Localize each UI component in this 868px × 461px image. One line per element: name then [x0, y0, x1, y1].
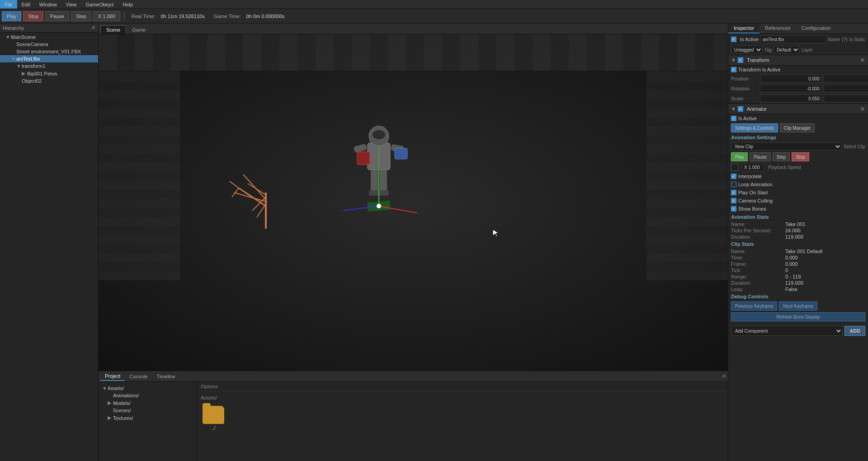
menu-window[interactable]: Window	[35, 0, 61, 9]
speed-button[interactable]: X 1.000	[93, 11, 120, 21]
skeleton-figure	[225, 147, 307, 229]
add-component-row: Add Component ADD	[728, 324, 868, 338]
scl-x-field[interactable]	[760, 94, 822, 103]
position-row: Position P	[728, 74, 868, 84]
clip-loop-row: Loop: False	[728, 286, 868, 292]
clip-manager-tab[interactable]: Clip Manager	[780, 123, 815, 132]
animator-close[interactable]: ✕	[860, 105, 865, 113]
robot-figure	[334, 116, 424, 215]
stats-tps-row: Ticks Per Second: 24.000	[728, 227, 868, 234]
center-area: Scene Game	[99, 24, 728, 461]
transform-active-checkbox[interactable]	[738, 57, 743, 63]
asset-folder-parent[interactable]: ../	[201, 404, 226, 433]
settings-controls-tab[interactable]: Settings & Controls	[731, 123, 778, 132]
clip-duration-val: 119.000	[785, 280, 803, 286]
tab-inspector[interactable]: Inspector	[728, 24, 760, 33]
tree-textures[interactable]: ▶ Textures/	[100, 414, 195, 422]
tree-item-transform1[interactable]: ▼ transform1	[0, 62, 98, 70]
assets-area: Assets/ ../	[197, 391, 728, 461]
stop-button[interactable]: Stop	[23, 11, 43, 21]
anim-pause-button[interactable]: Pause	[750, 152, 770, 161]
clip-time-key: Time:	[731, 255, 785, 260]
loop-animation-cb[interactable]	[731, 182, 736, 187]
tab-references[interactable]: References	[760, 24, 796, 33]
transform-title: Transform	[747, 57, 769, 63]
tree-item-mainscene[interactable]: ▼ MainScene	[0, 33, 98, 41]
anim-play-button[interactable]: Play	[731, 152, 748, 161]
animator-active-checkbox[interactable]	[738, 106, 743, 112]
menu-gameobject[interactable]: GameObejct	[81, 0, 118, 9]
viewport-background	[99, 34, 728, 371]
is-active-checkbox[interactable]	[731, 37, 736, 42]
left-barrier	[99, 71, 180, 280]
play-button[interactable]: Play	[2, 11, 21, 21]
add-component-button[interactable]: ADD	[844, 326, 865, 336]
play-on-start-cb[interactable]	[731, 190, 736, 195]
menu-file[interactable]: File	[0, 0, 17, 9]
tag-select[interactable]: Untagged	[731, 46, 763, 54]
pos-y-field[interactable]	[824, 75, 868, 83]
svg-rect-10	[379, 190, 389, 196]
anim-step-button[interactable]: Step	[773, 152, 790, 161]
transform-close[interactable]: ✕	[860, 56, 865, 64]
debug-controls-row: Previous Keyframe Next Keyframe	[728, 301, 868, 311]
transform-is-active-cb[interactable]	[731, 67, 736, 72]
tree-arrow-anitest: ▼	[11, 56, 16, 61]
tree-item-bip001[interactable]: ▶ Bip001 Pelvis	[0, 70, 98, 77]
tab-project[interactable]: Project	[100, 372, 125, 381]
real-time-value: 0h 11m 19.526110s	[160, 14, 204, 19]
add-component-select[interactable]: Add Component	[731, 326, 843, 336]
refresh-bone-button[interactable]: Refresh Bone Display	[731, 312, 865, 321]
tree-label-textures: Textures/	[113, 415, 133, 421]
object-name-field[interactable]	[760, 35, 826, 43]
pos-x-field[interactable]	[760, 75, 822, 83]
tree-item-street[interactable]: Street environment_V01.FBX	[0, 48, 98, 55]
tree-item-anitest[interactable]: ▼ aniTest.fbx	[0, 55, 98, 62]
tree-scenes[interactable]: Scenes/	[100, 407, 195, 414]
tree-label-assets: Assets/	[108, 386, 124, 391]
scl-y-field[interactable]	[824, 94, 868, 103]
new-clip-select[interactable]: New Clip	[731, 142, 842, 151]
menu-edit[interactable]: Edit	[17, 0, 35, 9]
camera-culling-cb[interactable]	[731, 198, 736, 203]
tree-item-scenecamera[interactable]: SceneCamera	[0, 41, 98, 48]
svg-rect-7	[371, 170, 378, 193]
tab-configuration[interactable]: Configuration	[796, 24, 836, 33]
rot-y-field[interactable]	[824, 85, 868, 93]
show-bones-cb[interactable]	[731, 206, 736, 212]
rot-x-field[interactable]	[760, 85, 822, 93]
clip-frame-val: 0.000	[785, 261, 798, 267]
folder-icon	[203, 406, 224, 424]
tab-game[interactable]: Game	[126, 25, 151, 34]
tree-assets-root[interactable]: ▼ Assets/ Animations/ ▶ Models/	[100, 384, 195, 423]
step-button[interactable]: Step	[71, 11, 91, 21]
menu-view[interactable]: View	[61, 0, 81, 9]
tag-label: Tag	[764, 47, 772, 52]
interpolate-cb[interactable]	[731, 174, 736, 179]
main-layout: Hierarchy ✕ ▼ MainScene SceneCamera Stre…	[0, 24, 868, 461]
menu-help[interactable]: Help	[118, 0, 137, 9]
next-keyframe-button[interactable]: Next Keyframe	[779, 301, 817, 310]
tab-console[interactable]: Console	[125, 372, 152, 381]
tab-scene[interactable]: Scene	[100, 25, 126, 34]
name-label: Name	[828, 37, 840, 42]
anim-stop-button[interactable]: Stop	[792, 152, 809, 161]
tree-item-object02[interactable]: Object02	[0, 77, 98, 85]
scene-viewport[interactable]	[99, 34, 728, 371]
tree-animations[interactable]: Animations/	[100, 392, 195, 399]
pause-button[interactable]: Pause	[45, 11, 69, 21]
tree-arrow-mainscene: ▼	[5, 34, 11, 40]
bottom-close[interactable]: ✕	[722, 373, 726, 379]
tree-models[interactable]: ▶ Models/	[100, 399, 195, 407]
hierarchy-panel: Hierarchy ✕ ▼ MainScene SceneCamera Stre…	[0, 24, 99, 461]
svg-rect-6	[357, 152, 370, 165]
playback-speed-field[interactable]	[742, 163, 764, 171]
animator-arrow: ▼	[731, 106, 736, 112]
play-on-start-label: Play On Start	[738, 190, 768, 195]
game-time-label: Game Time:	[214, 14, 241, 19]
tab-timeline[interactable]: Timeline	[152, 372, 180, 381]
animator-is-active-cb[interactable]	[731, 116, 736, 121]
layer-select[interactable]: Default	[774, 46, 800, 54]
hierarchy-close[interactable]: ✕	[91, 25, 95, 31]
prev-keyframe-button[interactable]: Previous Keyframe	[731, 301, 777, 310]
